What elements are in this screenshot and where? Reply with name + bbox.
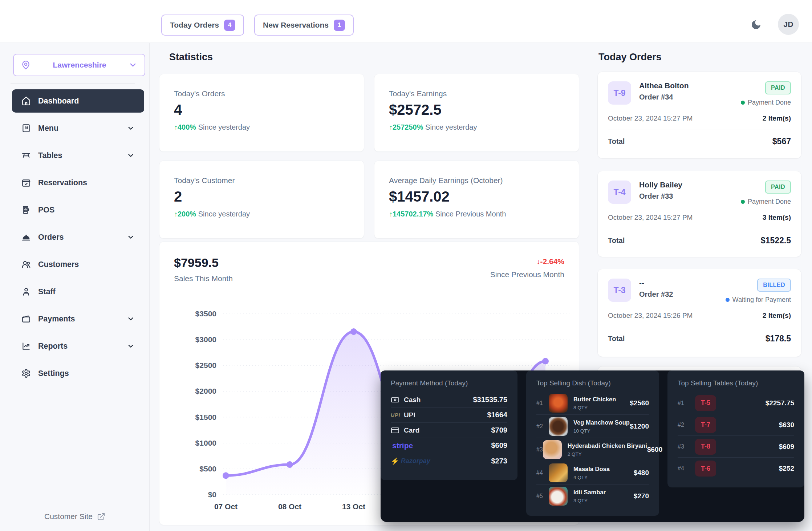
payment-row: stripe $609 [391,438,507,453]
payment-status: Payment Done [741,99,791,106]
stat-label: Average Daily Earnings (October) [389,176,564,185]
calendar-check-icon [21,178,31,187]
moon-icon [750,19,762,31]
order-date: October 23, 2024 15:27 PM [608,114,693,122]
total-label: Total [608,335,625,343]
sidebar-item-tables[interactable]: Tables [12,144,144,167]
payment-status: Payment Done [741,198,791,206]
new-reservations-button-label: New Reservations [263,21,329,29]
sidebar-item-menu[interactable]: Menu [12,117,144,140]
svg-text:13 Oct: 13 Oct [342,502,365,511]
stat-card-todays-customer: Today's Customer 2 ↑200% Since yesterday [159,161,364,239]
divider [608,229,791,229]
sidebar-item-label: Settings [38,369,135,378]
dish-image [549,463,568,482]
dish-amount: $480 [634,469,649,477]
dish-rank: #1 [536,400,549,406]
svg-text:$1500: $1500 [195,413,216,421]
table-amount: $2257.75 [766,399,794,407]
dish-qty: 8 QTY [573,405,616,410]
dish-qty: 10 QTY [573,428,630,434]
today-orders-title: Today Orders [598,52,662,63]
stat-value: 2 [174,189,349,205]
app: Today Orders 4 New Reservations 1 JD Law… [0,0,812,531]
stat-label: Today's Customer [174,176,349,185]
dish-amount: $270 [634,492,649,500]
table-row: #4 T-6 $252 [678,458,794,479]
sidebar-item-dashboard[interactable]: Dashboard [12,89,144,113]
sales-month-delta-note: Since Previous Month [490,270,564,279]
svg-text:$2500: $2500 [195,361,216,369]
table-amount: $609 [779,443,794,451]
dish-name: Masala Dosa [573,466,610,472]
dish-row: #5 Idli Sambar3 QTY $270 [536,485,649,508]
table-badge: T-3 [608,279,631,302]
table-row: #2 T-7 $630 [678,414,794,436]
sidebar-item-label: Reservations [38,178,135,187]
statistics-title: Statistics [169,52,213,63]
new-reservations-button[interactable]: New Reservations 1 [254,15,354,36]
table-badge: T-8 [695,439,716,455]
order-card[interactable]: T-3 -- Order #32 BILLED Waiting for Paym… [597,269,801,357]
table-amount: $630 [779,421,794,429]
location-selector[interactable]: Lawrenceshire [13,54,145,76]
order-number: Order #34 [639,93,741,101]
svg-text:$2000: $2000 [195,387,216,395]
dish-row: #3 Hyderabadi Chicken Biryani2 QTY $600 [536,438,649,461]
up-arrow-icon: ↑ [389,210,393,218]
sidebar-item-staff[interactable]: Staff [12,280,144,303]
table-rank: #3 [678,443,690,450]
dish-amount: $1200 [630,422,649,430]
payment-amount: $31535.75 [473,396,507,404]
users-icon [21,260,31,269]
table-badge: T-9 [608,81,631,105]
sidebar-item-payments[interactable]: Payments [12,307,144,331]
dish-name: Hyderabadi Chicken Biryani [568,442,647,449]
sidebar-item-settings[interactable]: Settings [12,362,144,385]
chevron-down-icon [127,315,135,323]
order-card[interactable]: T-4 Holly Bailey Order #33 PAID Payment … [597,171,801,257]
summary-overlay: Payment Method (Today) Cash $31535.75 UP… [381,370,804,522]
svg-text:$500: $500 [199,465,216,473]
stat-delta: ↑145702.17% Since Previous Month [389,210,564,218]
stat-delta: ↑257250% Since yesterday [389,123,564,131]
sidebar-item-reports[interactable]: Reports [12,335,144,358]
chevron-down-icon [129,61,137,69]
today-orders-button[interactable]: Today Orders 4 [161,15,244,36]
line-chart-icon [21,341,31,351]
stat-card-todays-orders: Today's Orders 4 ↑400% Since yesterday [159,74,364,152]
cloche-icon [21,232,31,242]
tables-panel-title: Top Selling Tables (Today) [678,379,794,387]
sidebar-item-label: Tables [38,151,119,160]
payment-method-label: UPI [404,411,415,419]
table-rank: #1 [678,400,690,406]
sidebar-item-orders[interactable]: Orders [12,226,144,249]
dish-rank: #4 [536,470,549,476]
sidebar-item-label: POS [38,206,135,215]
sidebar-item-label: Customers [38,260,135,269]
razorpay-logo: Razorpay [401,457,430,465]
order-card[interactable]: T-9 Althea Bolton Order #34 PAID Payment… [597,72,801,159]
sidebar-item-reservations[interactable]: Reservations [12,171,144,194]
total-value: $178.5 [766,334,791,344]
customer-name: Althea Bolton [639,81,741,90]
top-bar: Today Orders 4 New Reservations 1 JD [0,0,812,42]
order-items-count: 2 Item(s) [763,114,791,122]
sidebar-item-label: Staff [38,287,135,296]
avatar[interactable]: JD [778,14,799,35]
sidebar-item-customers[interactable]: Customers [12,253,144,276]
table-icon [21,151,31,160]
dark-mode-toggle[interactable] [747,16,765,33]
sidebar-item-label: Reports [38,342,119,351]
dish-qty: 4 QTY [573,475,610,480]
table-rank: #4 [678,465,690,472]
dish-name: Butter Chicken [573,396,616,402]
payment-row: UPI UPI $1664 [391,408,507,423]
stat-delta: ↑400% Since yesterday [174,123,349,131]
sales-month-label: Sales This Month [174,274,233,283]
sidebar-item-pos[interactable]: POS [12,198,144,222]
new-reservations-count-badge: 1 [334,20,345,31]
order-items-count: 2 Item(s) [763,312,791,320]
sidebar-item-label: Menu [38,124,119,133]
customer-site-link[interactable]: Customer Site [0,512,150,521]
